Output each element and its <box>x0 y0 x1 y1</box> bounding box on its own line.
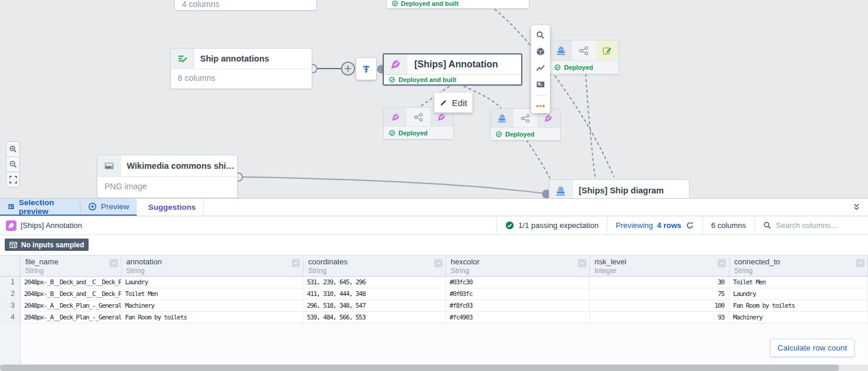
cell-hexcolor[interactable]: #f8fc03 <box>446 300 590 311</box>
cell-file-name[interactable]: 2048px-_B__Deck_and__C__Deck_Plan <box>21 277 121 288</box>
filter-caret-icon[interactable] <box>856 259 864 267</box>
row-number-gutter-header <box>0 256 21 276</box>
cell-annotation[interactable]: Fan Room by toilets <box>121 312 303 323</box>
deploy-status: Deployed <box>564 64 593 71</box>
node-partial-top-right[interactable]: Deployed and built <box>386 0 529 9</box>
cell-risk-level[interactable]: 93 <box>590 312 729 323</box>
ship-icon <box>549 180 573 198</box>
tab-selection-preview[interactable]: Selection preview <box>0 199 80 215</box>
edit-button[interactable]: Edit <box>434 93 472 113</box>
cell-file-name[interactable]: 2048px-_A__Deck_Plan_-_General_Ed <box>21 300 121 311</box>
table-download-icon <box>9 241 18 249</box>
tab-preview[interactable]: Preview <box>80 199 137 215</box>
column-header[interactable]: coordinatesString <box>303 256 446 276</box>
node-partial-top[interactable]: 4 columns <box>174 0 317 11</box>
cell-coordinates[interactable]: 296, 518, 348, 547 <box>303 300 446 311</box>
cell-risk-level[interactable]: 30 <box>590 277 729 288</box>
cell-annotation[interactable]: Laundry <box>121 277 303 288</box>
search-columns-input[interactable] <box>776 221 858 230</box>
column-header[interactable]: annotationString <box>121 256 303 276</box>
table-row[interactable]: 4 2048px-_A__Deck_Plan_-_General_Ed Fan … <box>0 312 868 324</box>
filter-caret-icon[interactable] <box>292 259 300 267</box>
cell-hexcolor[interactable]: #03fc30 <box>446 277 590 288</box>
calculate-row-count-button[interactable]: Calculate row count <box>770 339 855 357</box>
cell-annotation[interactable]: Machinery <box>121 300 303 311</box>
deployed-check-icon <box>495 131 502 138</box>
node-title: Ship annotations <box>194 54 275 63</box>
cell-coordinates[interactable]: 539, 484, 566, 553 <box>303 312 446 323</box>
share-icon <box>407 108 430 126</box>
search-icon[interactable] <box>536 30 545 40</box>
previewing-rows-control[interactable]: Previewing 4 rows #status-right .fill-se… <box>607 216 702 234</box>
column-header[interactable]: hexcolorString <box>446 256 590 276</box>
dashed-edge <box>491 6 614 177</box>
pen-nib-icon <box>384 55 407 74</box>
filter-caret-icon[interactable] <box>110 259 118 267</box>
cell-connected-to[interactable]: Laundry <box>729 288 868 299</box>
chevron-double-down-icon <box>852 203 861 212</box>
cell-connected-to[interactable]: Fan Room by toilets <box>729 300 868 311</box>
node-subtitle: PNG image <box>97 177 237 196</box>
table-row[interactable]: 1 2048px-_B__Deck_and__C__Deck_Plan Laun… <box>0 277 868 288</box>
cell-coordinates[interactable]: 531, 239, 645, 296 <box>303 277 446 288</box>
node-subtitle: 4 columns <box>182 0 219 9</box>
zoom-out-button[interactable] <box>6 156 20 172</box>
column-header[interactable]: risk_levelInteger <box>590 256 729 276</box>
zoom-fit-button[interactable] <box>6 172 20 188</box>
horizontal-scrollbar <box>0 365 868 371</box>
chart-icon[interactable] <box>536 63 545 73</box>
node-collapsed-ship[interactable]: .stroke-self{stroke:#4a8ee0} #node-blue … <box>549 40 619 74</box>
cell-file-name[interactable]: 2048px-_A__Deck_Plan_-_General_Ed <box>21 312 121 323</box>
cell-connected-to[interactable]: Toilet Men <box>729 277 868 288</box>
expectations-status[interactable]: 1/1 passing expectation <box>497 216 607 234</box>
cell-risk-level[interactable]: 100 <box>590 300 729 311</box>
cube-icon[interactable] <box>536 47 545 56</box>
deploy-status: Deployed and built <box>398 76 456 83</box>
deploy-status: Deployed and built <box>401 0 458 7</box>
cell-file-name[interactable]: 2048px-_B__Deck_and__C__Deck_Plan <box>21 288 121 299</box>
columns-count: 6 columns <box>702 216 754 234</box>
node-ship-diagram[interactable]: [Ships] Ship diagram <box>549 179 690 198</box>
graph-canvas[interactable]: 4 columns Deployed and built .fill-self{… <box>0 0 868 198</box>
zoom-in-button[interactable] <box>6 141 20 157</box>
row-number: 3 <box>0 300 21 311</box>
column-header[interactable]: file_nameString <box>21 256 121 276</box>
node-ship-annotations[interactable]: .fill-self{fill:#3fa45b} Ship annotation… <box>170 48 312 89</box>
columns-count-text: 6 columns <box>711 221 746 230</box>
pen-nib-badge-icon <box>6 220 16 231</box>
node-collapsed-b[interactable]: Deployed <box>490 108 560 141</box>
node-wikimedia-commons[interactable]: Wikimedia commons shi… PNG image <box>97 155 238 198</box>
pencil-icon <box>440 98 448 107</box>
deployed-check-icon <box>389 76 396 83</box>
cell-annotation[interactable]: Toilet Men <box>121 288 303 299</box>
no-inputs-sampled-badge: No inputs sampled <box>5 239 89 251</box>
canvas-zoom-controls <box>6 141 20 188</box>
media-icon <box>97 155 121 176</box>
add-node-button[interactable] <box>342 62 354 75</box>
previewing-label: Previewing <box>616 221 653 230</box>
row-number-gutter <box>0 324 21 365</box>
filter-caret-icon[interactable] <box>578 259 586 267</box>
search-icon <box>763 221 772 230</box>
node-ships-annotation[interactable]: [Ships] Annotation Deployed and built <box>383 53 522 86</box>
cell-hexcolor[interactable]: #fc4903 <box>446 312 590 323</box>
cell-hexcolor[interactable]: #0f03fc <box>446 288 590 299</box>
scrollbar-thumb[interactable] <box>0 365 839 371</box>
edit-square-icon: #node-blue .fill-self{fill:#a9bf3c} <box>596 40 619 60</box>
dashed-edge <box>586 74 595 178</box>
table-row[interactable]: 3 2048px-_A__Deck_Plan_-_General_Ed Mach… <box>0 300 868 312</box>
tab-suggestions[interactable]: Suggestions <box>137 199 204 216</box>
filter-caret-icon[interactable] <box>434 259 443 267</box>
transform-node[interactable] <box>356 58 376 80</box>
sample-badge-text: No inputs sampled <box>21 241 84 249</box>
filter-caret-icon[interactable] <box>718 259 726 267</box>
cell-coordinates[interactable]: 411, 310, 444, 348 <box>303 288 446 299</box>
pipeline-builder-app: 4 columns Deployed and built .fill-self{… <box>0 0 868 371</box>
table-row[interactable]: 2 2048px-_B__Deck_and__C__Deck_Plan Toil… <box>0 288 868 300</box>
column-header[interactable]: connected_toString <box>729 256 868 276</box>
cell-risk-level[interactable]: 75 <box>590 288 729 299</box>
cell-connected-to[interactable]: Machinery <box>729 312 868 323</box>
flow-icon[interactable] <box>536 101 545 111</box>
collapse-panel-button[interactable] <box>852 203 861 214</box>
card-icon[interactable] <box>536 80 545 89</box>
